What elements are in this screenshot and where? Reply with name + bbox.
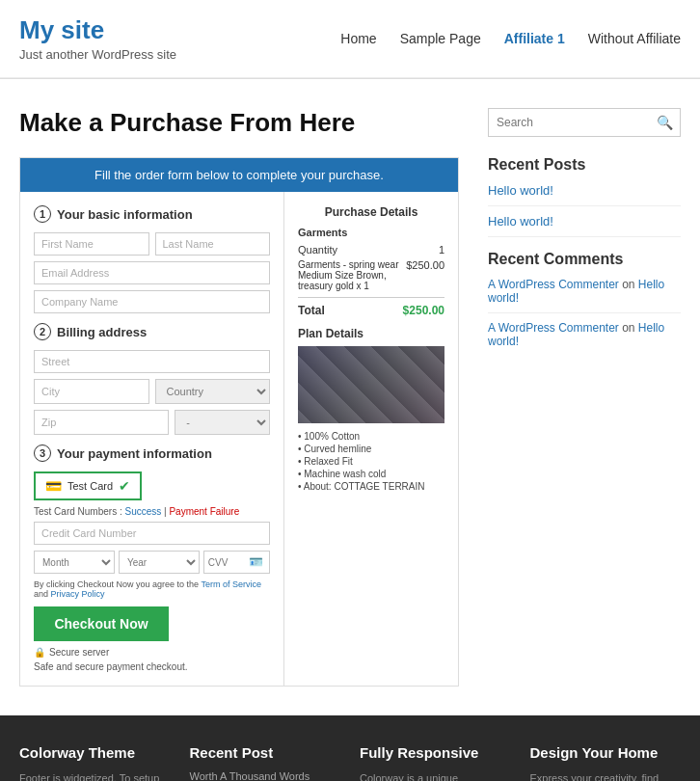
country-select[interactable]: Country — [155, 379, 271, 404]
checkout-button[interactable]: Checkout Now — [34, 606, 169, 641]
main-nav: Home Sample Page Affiliate 1 Without Aff… — [340, 31, 681, 46]
cvv-input[interactable] — [208, 557, 247, 568]
item-price: $250.00 — [406, 259, 444, 291]
footer-col4-title: Design Your Home — [530, 744, 682, 761]
feature-4: Machine wash cold — [298, 469, 444, 479]
comment-on-1: on — [622, 278, 638, 291]
total-label: Total — [298, 304, 325, 317]
nav-affiliate1[interactable]: Affiliate 1 — [504, 31, 565, 46]
feature-1: 100% Cotton — [298, 431, 444, 442]
test-failure-link[interactable]: Payment Failure — [169, 506, 239, 517]
circle-3: 3 — [34, 444, 51, 462]
section3-title: Your payment information — [57, 446, 212, 461]
site-header: My site Just another WordPress site Home… — [0, 0, 700, 78]
item-name: Garments - spring wear Medium Size Brown… — [298, 259, 402, 291]
terms-text: By clicking Checkout Now you agree to th… — [34, 579, 270, 599]
feature-5: About: COTTAGE TERRAIN — [298, 481, 444, 492]
plan-image-inner — [298, 346, 444, 423]
post-link-2[interactable]: Hello world! — [488, 214, 681, 229]
zip-row: - — [34, 410, 270, 435]
cvv-icon: 🪪 — [249, 555, 263, 569]
company-row — [34, 290, 270, 313]
section1-title: Your basic information — [57, 207, 193, 222]
year-select[interactable]: Year — [119, 551, 200, 574]
quantity-value: 1 — [439, 244, 444, 256]
sidebar: 🔍 Recent Posts Hello world! Hello world!… — [488, 108, 681, 687]
section2-label: 2 Billing address — [34, 323, 270, 340]
zip-input[interactable] — [34, 410, 169, 435]
comment-1: A WordPress Commenter on Hello world! — [488, 278, 681, 305]
terms-link[interactable]: Term of Service — [201, 579, 261, 589]
section2-title: Billing address — [57, 325, 147, 339]
card-label: Test Card — [67, 480, 113, 492]
first-name-input[interactable] — [34, 232, 149, 256]
feature-3: Relaxed Fit — [298, 456, 444, 467]
comment-divider-1 — [488, 312, 681, 313]
search-box: 🔍 — [488, 108, 681, 137]
check-icon: ✔ — [119, 478, 130, 494]
cc-input[interactable] — [34, 522, 270, 545]
secure-row: 🔒 Secure server — [34, 647, 270, 658]
site-title: My site — [19, 15, 176, 45]
quantity-label: Quantity — [298, 244, 337, 256]
footer-col-2: Recent Post Worth A Thousand Words Categ… — [190, 744, 341, 781]
item-row: Garments - spring wear Medium Size Brown… — [298, 259, 444, 291]
recent-comments-title: Recent Comments — [488, 251, 681, 268]
test-success-link[interactable]: Success — [124, 506, 161, 517]
email-input[interactable] — [34, 261, 270, 284]
quantity-row: Quantity 1 — [298, 244, 444, 256]
nav-home[interactable]: Home — [340, 31, 376, 46]
site-branding: My site Just another WordPress site — [19, 15, 176, 62]
purchase-body: 1 Your basic information — [20, 192, 458, 686]
comment-on-2: on — [622, 321, 638, 335]
plan-features: 100% Cotton Curved hemline Relaxed Fit M… — [298, 431, 444, 492]
lock-icon: 🔒 — [34, 647, 45, 658]
form-section: 1 Your basic information — [20, 192, 284, 686]
footer-col1-text: Footer is widgetized. To setup the foote… — [19, 770, 171, 781]
nav-without-affiliate[interactable]: Without Affiliate — [588, 31, 681, 46]
footer-col4-text: Express your creativity, find inspiratio… — [530, 770, 682, 781]
site-footer: Colorway Theme Footer is widgetized. To … — [0, 715, 700, 781]
footer-link-1[interactable]: Worth A Thousand Words — [190, 770, 341, 781]
detail-divider — [298, 297, 444, 298]
secure-text: Secure server — [49, 647, 109, 658]
card-icon: 💳 — [45, 478, 62, 494]
test-card-btn[interactable]: 💳 Test Card ✔ — [34, 471, 142, 500]
footer-col-3: Fully Responsive Colorway is a unique re… — [360, 744, 511, 781]
purchase-header: Fill the order form below to complete yo… — [20, 158, 458, 192]
last-name-input[interactable] — [155, 232, 271, 256]
search-input[interactable] — [489, 109, 649, 136]
feature-2: Curved hemline — [298, 444, 444, 454]
total-value: $250.00 — [403, 304, 444, 317]
garments-label: Garments — [298, 227, 444, 238]
post-link-1[interactable]: Hello world! — [488, 183, 681, 198]
footer-col2-title: Recent Post — [190, 744, 341, 761]
month-select[interactable]: Month — [34, 551, 115, 574]
search-button[interactable]: 🔍 — [649, 110, 681, 135]
main-content: Make a Purchase From Here Fill the order… — [0, 79, 700, 715]
comment-author-2[interactable]: A WordPress Commenter — [488, 321, 619, 335]
footer-col3-title: Fully Responsive — [360, 744, 511, 761]
privacy-link[interactable]: Privacy Policy — [51, 589, 105, 599]
plan-image — [298, 346, 444, 423]
plan-title: Plan Details — [298, 327, 444, 340]
nav-sample-page[interactable]: Sample Page — [400, 31, 481, 46]
footer-col1-title: Colorway Theme — [19, 744, 171, 761]
post-divider-1 — [488, 205, 681, 206]
city-input[interactable] — [34, 379, 149, 404]
recent-posts-title: Recent Posts — [488, 156, 681, 174]
footer-col-1: Colorway Theme Footer is widgetized. To … — [19, 744, 171, 781]
site-tagline: Just another WordPress site — [19, 47, 176, 62]
safe-text: Safe and secure payment checkout. — [34, 661, 270, 672]
street-input[interactable] — [34, 350, 270, 373]
footer-col3-text: Colorway is a unique responsive WordPres… — [360, 770, 511, 781]
section1-label: 1 Your basic information — [34, 205, 270, 223]
dash-select[interactable]: - — [175, 410, 270, 435]
purchase-details-title: Purchase Details — [298, 205, 444, 219]
city-country-row: Country — [34, 379, 270, 404]
company-input[interactable] — [34, 290, 270, 313]
test-card-text: Test Card Numbers : Success | Payment Fa… — [34, 506, 270, 517]
comment-author-1[interactable]: A WordPress Commenter — [488, 278, 619, 291]
circle-1: 1 — [34, 205, 51, 223]
primary-content: Make a Purchase From Here Fill the order… — [19, 108, 459, 687]
